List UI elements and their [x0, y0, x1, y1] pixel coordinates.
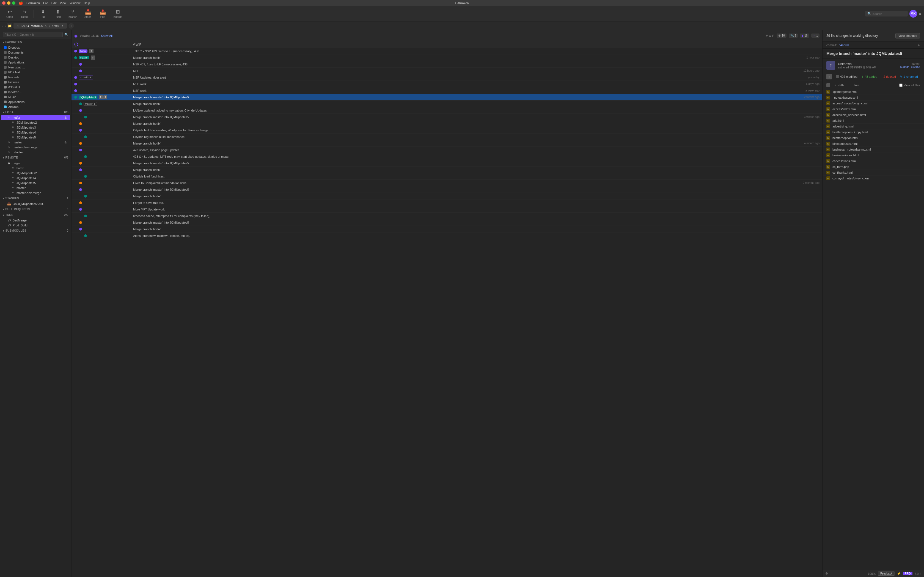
sidebar-item-remote-jqm4[interactable]: ⑂ JQMUpdates4 — [1, 176, 70, 181]
commit-row-17[interactable]: Merge branch 'master' into JQMUpdates5 — [71, 160, 822, 166]
push-button[interactable]: ⬆ Push — [51, 8, 65, 19]
file-item-0[interactable]: M 1gitmergetest.html — [822, 89, 924, 95]
sidebar-item-remote-hotfix[interactable]: ⑂ hotfix — [1, 166, 70, 171]
commit-row-21[interactable]: Merge branch 'master' into JQMUpdates5 — [71, 186, 822, 193]
sidebar-item-remote-master[interactable]: ⑂ master — [1, 185, 70, 190]
file-item-5[interactable]: M ada.html — [822, 118, 924, 124]
search-input[interactable] — [872, 12, 906, 15]
download-icon[interactable]: ⬇ — [918, 43, 920, 47]
file-item-1[interactable]: M _notes/dwsync.xml — [822, 95, 924, 101]
sidebar-item-origin[interactable]: ◉ origin — [1, 160, 70, 166]
sidebar-item-desktop[interactable]: Desktop — [1, 55, 70, 60]
sidebar-item-jqmupdates3[interactable]: ⑂ JQMUpdates3 — [1, 125, 70, 130]
commit-row-13[interactable]: Cityride reg mobile build, maintenance — [71, 134, 822, 140]
commit-row-12[interactable]: Cityride build deliverable, Wordpress fo… — [71, 127, 822, 134]
user-avatar[interactable]: MK — [909, 10, 917, 18]
menu-kebab-icon[interactable]: ≡ — [919, 11, 921, 16]
commit-row-16[interactable]: 423 & 431 updates, MFT redo play, start … — [71, 153, 822, 160]
minimize-button[interactable] — [7, 2, 10, 5]
sidebar-item-stash-1[interactable]: 📥 On JQMUpdates5: Aut... — [1, 201, 70, 206]
file-item-15[interactable]: M comayo/_notes/dwsync.xml — [822, 176, 924, 181]
submodules-header[interactable]: ▾ SUBMODULES 0 — [0, 228, 71, 234]
sidebar-item-pictures[interactable]: Pictures — [1, 80, 70, 85]
commit-row-1[interactable]: master ⬆ Merge branch 'hotfix' 1 hour ag… — [71, 55, 822, 61]
commit-row-4[interactable]: ✓ hotfix 🖥 NSP Updates, rider alert yest… — [71, 74, 822, 81]
forward-button[interactable]: › — [5, 24, 6, 28]
sidebar-item-remote-jqm2[interactable]: ⑂ JQM-Updates2 — [1, 171, 70, 176]
commit-row-23[interactable]: Forgot to save this too. — [71, 200, 822, 206]
commit-row-24[interactable]: More MFT Update work — [71, 206, 822, 213]
stashes-header[interactable]: ▾ STASHES 1 — [0, 195, 71, 201]
sidebar-item-icloud[interactable]: iCloud D... — [1, 85, 70, 90]
sidebar-item-master-dev-merge[interactable]: ⑂ master-dev-merge — [1, 145, 70, 150]
file-item-12[interactable]: M cancellations.html — [822, 158, 924, 164]
sidebar-item-badmerge[interactable]: 🏷 BadMerge — [1, 218, 70, 223]
sidebar-item-hotfix[interactable]: ⑂ hotfix 2↓ — [1, 115, 70, 120]
sidebar-item-documents[interactable]: Documents — [1, 50, 70, 55]
pop-button[interactable]: 📤 Pop — [96, 8, 110, 19]
repo-icon[interactable]: 📁 — [7, 23, 12, 29]
file-item-8[interactable]: M bestfareoption.html — [822, 135, 924, 141]
commit-row-5[interactable]: NSP work 6 days ago — [71, 81, 822, 87]
pull-button[interactable]: ⬇ Pull — [36, 8, 50, 19]
sidebar-item-creative[interactable]: Applications — [1, 100, 70, 105]
file-item-6[interactable]: M advertising.html — [822, 124, 924, 129]
sidebar-item-neuropath[interactable]: Neuropath... — [1, 65, 70, 70]
commit-row-8[interactable]: master 🖥 Merge branch 'hotfix' — [71, 101, 822, 107]
sidebar-item-recents[interactable]: Recents — [1, 75, 70, 80]
commit-row-20[interactable]: Fixes to Complaint/Commendation links2 m… — [71, 180, 822, 186]
sidebar-item-jqmupdates4[interactable]: ⑂ JQMUpdates4 — [1, 130, 70, 135]
view-all-files-toggle[interactable]: View all files — [899, 84, 920, 87]
view-all-checkbox[interactable] — [899, 84, 903, 87]
commit-row-2[interactable]: NSP 439, fixes to LF (unnecessary), 438 — [71, 61, 822, 68]
file-item-11[interactable]: M business/index.html — [822, 153, 924, 158]
commit-row-15[interactable]: 423 update, Cityride page updates — [71, 147, 822, 153]
boards-button[interactable]: ⊞ Boards — [111, 8, 125, 19]
settings-icon[interactable]: ⚙ — [825, 572, 828, 575]
sort-icon[interactable]: ↕ — [826, 74, 832, 79]
file-item-4[interactable]: M accessible_services.html — [822, 112, 924, 118]
menu-window[interactable]: Window — [69, 2, 80, 5]
feedback-button[interactable]: Feedback — [878, 572, 895, 575]
file-item-2[interactable]: M access/_notes/dwsync.xml — [822, 101, 924, 106]
commit-row-7[interactable]: JQMUpdates5 ⬆ 🖥 Merge branch 'master' in… — [71, 94, 822, 101]
branch-button[interactable]: ⑂ Branch — [66, 8, 80, 19]
sidebar-item-dropbox[interactable]: Dropbox — [1, 45, 70, 50]
sidebar-item-remote-jqm5[interactable]: ⑂ JQMUpdates5 — [1, 181, 70, 185]
commit-row-25[interactable]: htaccess cache, attempted fix for compla… — [71, 213, 822, 219]
tab-repo[interactable]: ✕ LADOTMobile2013 › hotfix ▾ — [13, 23, 67, 29]
pull-requests-header[interactable]: ▾ PULL REQUESTS 0 — [0, 206, 71, 212]
show-all-button[interactable]: Show All — [101, 34, 113, 37]
sidebar-item-applications[interactable]: Applications — [1, 60, 70, 65]
commit-row-wip[interactable]: // WIP — [71, 41, 822, 48]
commit-row-27[interactable]: Merge branch 'hotfix' — [71, 226, 822, 232]
remote-section-header[interactable]: ▾ REMOTE 6/6 — [0, 155, 71, 160]
commit-row-9[interactable]: LANow updated, added to navigation, City… — [71, 107, 822, 114]
file-item-3[interactable]: M access/index.html — [822, 106, 924, 112]
file-item-14[interactable]: M cc_thanks.html — [822, 170, 924, 176]
local-section-header[interactable]: ▾ LOCAL 8/8 — [0, 110, 71, 115]
menu-gitkraken[interactable]: GitKraken — [26, 2, 40, 5]
commit-row-3[interactable]: NSP 12 hours ago — [71, 68, 822, 74]
commit-row-11[interactable]: Merge branch 'hotfix' — [71, 120, 822, 127]
branch-dropdown-icon[interactable]: ▾ — [62, 24, 63, 27]
menu-help[interactable]: Help — [84, 2, 90, 5]
menu-edit[interactable]: Edit — [52, 2, 57, 5]
sidebar-item-refactor[interactable]: ⑂ refactor — [1, 150, 70, 155]
commit-row-18[interactable]: Merge branch 'hotfix' — [71, 166, 822, 173]
view-changes-button[interactable]: View changes — [895, 33, 920, 39]
tab-close-icon[interactable]: ✕ — [17, 24, 19, 27]
path-view-button[interactable]: ≡ Path — [833, 83, 845, 87]
redo-button[interactable]: ↪ Redo — [18, 8, 31, 19]
commit-row-6[interactable]: NSP work a week ago — [71, 87, 822, 94]
sidebar-item-ladotr[interactable]: ladotran... — [1, 90, 70, 95]
graph-settings-icon[interactable]: ◉ — [74, 34, 78, 38]
commit-row-28[interactable]: Alerts (crenshaw, midtown, leimert, stri… — [71, 232, 822, 239]
toolbar-search[interactable]: 🔍 — [865, 11, 908, 16]
menu-view[interactable]: View — [60, 2, 66, 5]
commit-row-10[interactable]: Merge branch 'master' into JQMUpdates53 … — [71, 114, 822, 120]
favorites-header[interactable]: ▾ Favorites — [0, 39, 71, 45]
sidebar-item-pdf[interactable]: PDF Nati... — [1, 70, 70, 75]
close-button[interactable] — [2, 2, 5, 5]
commit-row-26[interactable]: Merge branch 'master' into JQMUpdates5 — [71, 219, 822, 226]
